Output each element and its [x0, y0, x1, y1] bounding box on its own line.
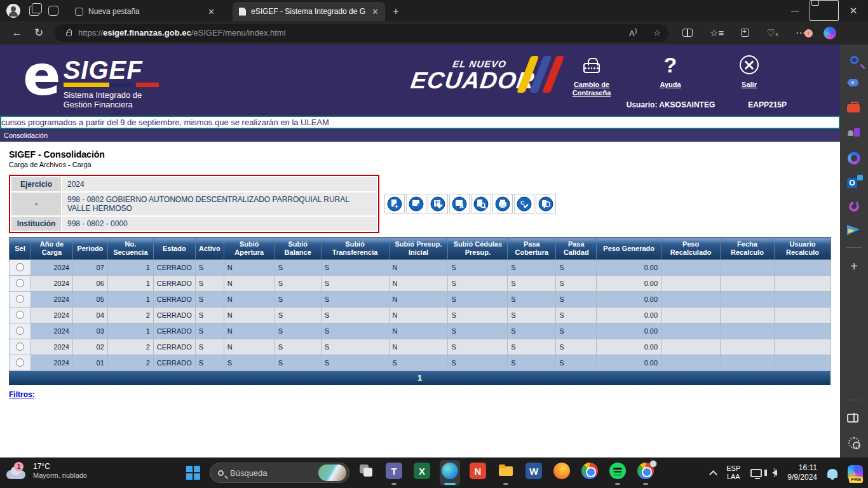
tab-esigef[interactable]: eSIGEF - Sistema Integrado de G ✕ [233, 2, 385, 21]
workspaces-icon[interactable] [29, 6, 39, 16]
table-cell: S [508, 339, 556, 355]
window-restore-button[interactable] [810, 0, 839, 21]
weather-widget[interactable]: 1 17°C Mayorm. nublado [6, 461, 87, 480]
tab-close-icon[interactable]: ✕ [372, 7, 379, 17]
taskbar-edge-button[interactable] [440, 460, 460, 485]
table-cell: CERRADO [153, 260, 195, 276]
sidebar-divider [846, 247, 862, 248]
volume-icon[interactable] [772, 470, 777, 476]
sidebar-outlook-icon[interactable]: O [847, 176, 861, 190]
row-select-radio[interactable] [16, 295, 24, 303]
tab-actions-icon[interactable] [48, 6, 58, 16]
table-cell [774, 276, 831, 292]
table-cell [661, 292, 721, 308]
taskbar-pdf-button[interactable]: N [468, 460, 488, 485]
taskbar-spotify-button[interactable] [607, 460, 628, 485]
table-cell [721, 276, 775, 292]
record-action-toolbar: C [384, 194, 556, 214]
help-button[interactable]: ? Ayuda [643, 51, 698, 97]
taskbar-file-explorer-button[interactable] [496, 460, 516, 485]
exit-button[interactable]: Salir [722, 51, 776, 97]
change-password-button[interactable]: Cambio de Contraseña [564, 51, 619, 97]
start-button[interactable] [186, 466, 200, 480]
table-cell: N [389, 292, 448, 308]
esigef-logo: e SIGEF Sistema Integrado de Gestión Fin… [23, 50, 159, 109]
profile-badge [649, 460, 657, 468]
table-cell: S [321, 323, 389, 339]
settings-more-icon[interactable]: ⋯↑ [796, 27, 806, 39]
refresh-button[interactable]: ↻ [28, 26, 50, 39]
table-cell: 0.00 [597, 339, 661, 355]
taskbar-chrome-button[interactable] [580, 460, 600, 485]
approve-button[interactable]: C [514, 194, 534, 214]
sidebar-settings-icon[interactable] [848, 437, 860, 449]
network-icon[interactable] [750, 469, 762, 477]
preview-button[interactable] [471, 194, 491, 214]
split-screen-icon[interactable] [682, 29, 693, 37]
upload-save-button[interactable] [406, 194, 426, 214]
validate-button[interactable] [428, 194, 448, 214]
taskbar-word-button[interactable]: W [524, 460, 544, 485]
tab-new-tab[interactable]: Nueva pestaña ✕ [69, 2, 221, 21]
search-highlight-image[interactable] [318, 464, 346, 481]
table-cell: S [448, 339, 508, 355]
notification-count-badge: 1 [14, 462, 24, 471]
tray-overflow-chevron[interactable] [709, 470, 717, 478]
new-tab-button[interactable]: + [393, 5, 399, 18]
menu-item-consolidacion[interactable]: Consolidación [4, 132, 48, 139]
collections-add-icon[interactable] [741, 29, 749, 37]
sidebar-games-icon[interactable] [847, 126, 861, 140]
pagination-bar[interactable]: 1 [9, 371, 831, 385]
search-records-button[interactable] [536, 194, 556, 214]
row-select-radio[interactable] [16, 342, 24, 351]
sidebar-customize-button[interactable]: + [847, 259, 861, 273]
language-indicator[interactable]: ESP LAA [726, 464, 740, 481]
filters-link[interactable]: Filtros: [9, 390, 35, 399]
address-bar[interactable]: https://esigef.finanzas.gob.ec/eSIGEF/me… [55, 24, 668, 42]
column-header: Subió Presup. Inicial [389, 238, 448, 260]
table-cell: 03 [72, 323, 107, 339]
column-header: Fecha Recalculo [721, 238, 775, 260]
browser-essentials-icon[interactable]: ♡● [766, 27, 778, 39]
taskbar-firefox-button[interactable] [552, 460, 572, 485]
sidebar-designer-icon[interactable] [847, 200, 861, 214]
table-row: 2024071CERRADOSNSSNSSS0.00 [10, 260, 831, 276]
taskbar-task-view-button[interactable] [356, 460, 376, 485]
taskbar-teams-button[interactable]: T [384, 460, 404, 485]
column-header: Sel [10, 238, 31, 260]
window-minimize-button[interactable]: — [780, 0, 810, 21]
row-select-radio[interactable] [16, 279, 24, 287]
window-close-button[interactable]: ✕ [839, 0, 868, 21]
sidebar-panel-icon[interactable] [847, 412, 861, 426]
notifications-bell-icon[interactable] [827, 469, 837, 478]
lock-icon[interactable] [66, 32, 72, 36]
page-number: 1 [417, 373, 422, 383]
delete-button[interactable] [449, 194, 470, 214]
sidebar-drop-icon[interactable] [847, 223, 861, 237]
taskbar-chrome-profile-button[interactable] [635, 460, 656, 485]
new-file-button[interactable] [384, 194, 405, 214]
sidebar-shopping-icon[interactable] [847, 76, 861, 90]
sidebar-m365-icon[interactable] [848, 152, 860, 165]
table-cell: 1 [107, 292, 153, 308]
row-select-radio[interactable] [16, 358, 24, 367]
row-select-radio[interactable] [16, 311, 24, 319]
table-cell [661, 308, 721, 323]
taskbar-search-box[interactable]: Búsqueda [210, 463, 349, 483]
collections-icon[interactable]: ☆≡ [710, 27, 724, 39]
print-button[interactable] [492, 194, 513, 214]
sidebar-search-icon[interactable] [850, 56, 858, 64]
tab-close-icon[interactable]: ✕ [208, 7, 215, 17]
row-select-radio[interactable] [16, 327, 24, 335]
taskbar-excel-button[interactable]: X [412, 460, 432, 485]
table-row: 2024022CERRADOSNSSNSSS0.00 [10, 339, 831, 355]
copilot-preview-button[interactable]: PRE [848, 465, 863, 480]
read-aloud-icon[interactable]: A) [629, 27, 637, 38]
clock-widget[interactable]: 16:11 9/9/2024 [787, 463, 817, 482]
back-button[interactable]: ← [6, 27, 28, 39]
row-select-radio[interactable] [16, 263, 24, 271]
browser-profile-avatar[interactable] [6, 4, 20, 18]
copilot-icon[interactable] [824, 27, 836, 39]
favorites-star-icon[interactable]: ☆ [653, 28, 661, 37]
sidebar-tools-icon[interactable] [847, 101, 861, 115]
